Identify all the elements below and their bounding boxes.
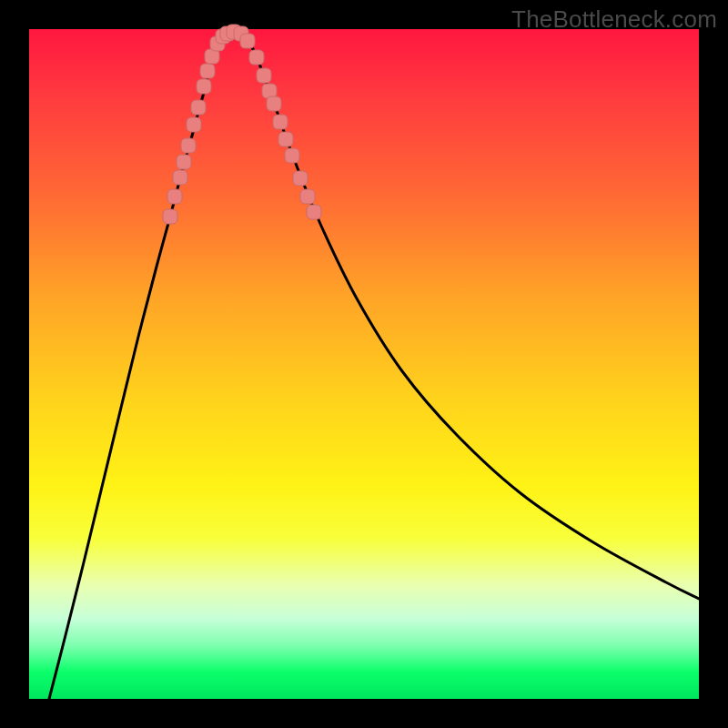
curve-marker bbox=[300, 189, 315, 204]
curve-markers bbox=[163, 25, 321, 224]
watermark-text: TheBottleneck.com bbox=[511, 5, 717, 34]
chart-svg bbox=[29, 29, 699, 699]
curve-marker bbox=[249, 50, 264, 65]
curve-marker bbox=[307, 205, 321, 219]
curve-marker bbox=[181, 138, 196, 153]
curve-marker bbox=[177, 155, 191, 169]
curve-marker bbox=[267, 96, 281, 111]
curve-marker bbox=[191, 100, 206, 115]
curve-marker bbox=[278, 132, 293, 147]
curve-marker bbox=[293, 171, 308, 186]
curve-marker bbox=[257, 68, 271, 83]
chart-frame: TheBottleneck.com bbox=[0, 0, 728, 728]
bottleneck-curve bbox=[49, 31, 699, 699]
curve-marker bbox=[167, 189, 182, 204]
plot-area bbox=[29, 29, 699, 699]
curve-marker bbox=[163, 209, 177, 224]
curve-marker bbox=[285, 148, 299, 163]
curve-marker bbox=[197, 79, 211, 94]
curve-marker bbox=[200, 64, 215, 78]
curve-marker bbox=[173, 170, 187, 185]
curve-marker bbox=[273, 115, 288, 129]
curve-marker bbox=[187, 117, 201, 132]
curve-marker bbox=[240, 34, 255, 48]
